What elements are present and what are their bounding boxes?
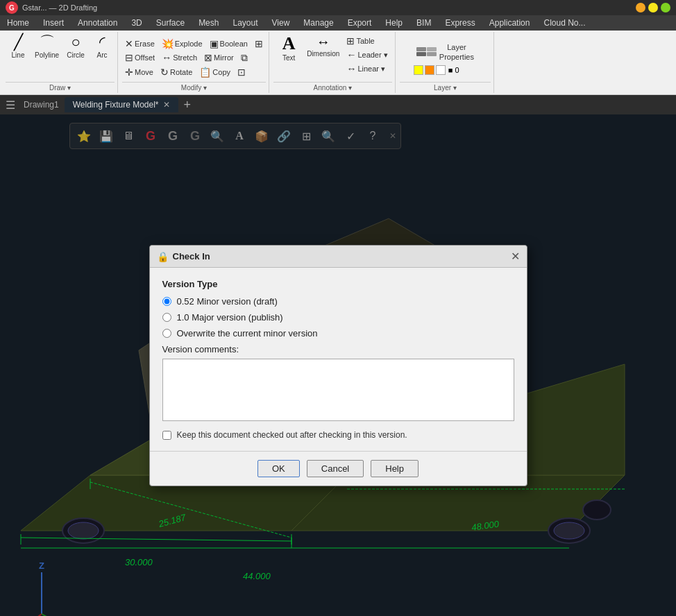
modify-extra3-button[interactable]: ⊡ xyxy=(235,66,248,78)
radio-overwrite-label: Overwrite the current minor version xyxy=(177,328,318,339)
layer-icon xyxy=(416,47,437,56)
text-icon: A xyxy=(282,35,296,53)
tab-label: Welding Fixture Model* xyxy=(73,100,159,110)
menu-annotation[interactable]: Annotation xyxy=(71,15,124,31)
modify-move-button[interactable]: ✛ Move xyxy=(122,66,156,78)
radio-major-version: 1.0 Major version (publish) xyxy=(162,312,514,323)
maximize-button[interactable] xyxy=(648,3,658,12)
ribbon-group-draw: ╱ Line ⌒ Polyline ○ Circle ◜ Arc Draw ▾ xyxy=(3,32,118,93)
color-box-yellow[interactable] xyxy=(414,65,423,75)
menu-application[interactable]: Application xyxy=(482,15,537,31)
modify-explode-button[interactable]: 💥 Explode xyxy=(159,37,205,50)
menu-layout[interactable]: Layout xyxy=(226,15,264,31)
titlebar: G Gstar... — 2D Drafting xyxy=(0,0,676,15)
modify-boolean-button[interactable]: ▣ Boolean xyxy=(207,37,251,50)
menu-cloud[interactable]: Cloud No... xyxy=(536,15,592,31)
modal-close-button[interactable]: ✕ xyxy=(511,250,520,263)
draw-line-button[interactable]: ╱ Line xyxy=(6,33,31,60)
tab-close-icon[interactable]: ✕ xyxy=(163,100,170,110)
menu-home[interactable]: Home xyxy=(0,15,36,31)
modal-footer: OK Cancel Help xyxy=(150,451,527,486)
ribbon: ╱ Line ⌒ Polyline ○ Circle ◜ Arc Draw ▾ xyxy=(0,31,676,95)
polyline-icon: ⌒ xyxy=(40,35,55,50)
menubar: Home Insert Annotation 3D Surface Mesh L… xyxy=(0,15,676,31)
hamburger-menu[interactable]: ☰ xyxy=(6,99,15,112)
annotation-linear-button[interactable]: ↔ Linear ▾ xyxy=(344,62,390,75)
canvas-area: 25.187 30.000 44.000 48.000 Z X Y ⭐ 💾 🖥 … xyxy=(0,114,676,616)
tabbar: ☰ Drawing1 Welding Fixture Model* ✕ + xyxy=(0,95,676,114)
checkout-checkbox-row: Keep this document checked out after che… xyxy=(162,430,514,440)
title-text: Gstar... — 2D Drafting xyxy=(22,3,97,12)
modify-extra2-button[interactable]: ⧉ xyxy=(238,51,251,65)
radio-minor-version: 0.52 Minor version (draft) xyxy=(162,296,514,307)
modify-copy-button[interactable]: 📋 Copy xyxy=(196,66,233,78)
menu-express[interactable]: Express xyxy=(438,15,482,31)
annotation-leader-button[interactable]: ← Leader ▾ xyxy=(344,49,390,61)
circle-icon: ○ xyxy=(71,35,80,50)
menu-export[interactable]: Export xyxy=(341,15,379,31)
version-type-title: Version Type xyxy=(162,279,514,289)
modal-title-bar: 🔒 Check In ✕ xyxy=(150,246,527,268)
menu-surface[interactable]: Surface xyxy=(149,15,192,31)
version-comments-input[interactable] xyxy=(162,359,514,421)
draw-group-label: Draw ▾ xyxy=(6,82,115,92)
annotation-text-button[interactable]: A Text xyxy=(275,33,303,63)
check-in-modal: 🔒 Check In ✕ Version Type 0.52 Minor ver… xyxy=(149,245,527,486)
modal-body: Version Type 0.52 Minor version (draft) … xyxy=(150,268,527,451)
modal-title-icon: 🔒 xyxy=(157,251,169,262)
modify-rotate-button[interactable]: ↻ Rotate xyxy=(158,66,195,78)
ribbon-group-modify: ✕ Erase 💥 Explode ▣ Boolean ⊞ ⊟ Offset ↔… xyxy=(119,32,269,93)
menu-3d[interactable]: 3D xyxy=(124,15,149,31)
radio-overwrite-input[interactable] xyxy=(162,329,171,338)
radio-overwrite-version: Overwrite the current minor version xyxy=(162,328,514,339)
annotation-group-label: Annotation ▾ xyxy=(273,82,392,92)
ribbon-content: ╱ Line ⌒ Polyline ○ Circle ◜ Arc Draw ▾ xyxy=(0,31,676,94)
cancel-button[interactable]: Cancel xyxy=(307,460,364,477)
modify-mirror-button[interactable]: ⊠ Mirror xyxy=(201,51,237,65)
annotation-dimension-button[interactable]: ↔ Dimension xyxy=(304,33,342,59)
radio-major-label: 1.0 Major version (publish) xyxy=(177,312,283,323)
comments-label: Version comments: xyxy=(162,344,514,354)
ribbon-group-layer: Layer Properties ■ 0 Layer ▾ xyxy=(397,32,494,93)
menu-view[interactable]: View xyxy=(265,15,297,31)
modify-extra1-button[interactable]: ⊞ xyxy=(252,37,266,50)
ok-button[interactable]: OK xyxy=(257,460,300,477)
close-window-button[interactable] xyxy=(661,3,670,12)
radio-major-input[interactable] xyxy=(162,313,171,322)
menu-insert[interactable]: Insert xyxy=(36,15,71,31)
minimize-button[interactable] xyxy=(636,3,645,12)
draw-arc-button[interactable]: ◜ Arc xyxy=(90,33,115,60)
layer-number: ■ 0 xyxy=(448,66,459,74)
modify-stretch-button[interactable]: ↔ Stretch xyxy=(159,51,200,65)
color-box-white[interactable] xyxy=(436,65,446,75)
app-logo: G xyxy=(6,1,18,14)
menu-bim[interactable]: BIM xyxy=(409,15,438,31)
radio-minor-input[interactable] xyxy=(162,297,171,306)
modify-group-label: Modify ▾ xyxy=(122,82,266,92)
ribbon-group-annotation: A Text ↔ Dimension ⊞ Table ← Leader ▾ ↔ … xyxy=(271,32,396,93)
modify-erase-button[interactable]: ✕ Erase xyxy=(122,37,158,50)
layer-properties-button[interactable]: Layer Properties xyxy=(414,40,477,62)
help-button[interactable]: Help xyxy=(371,460,419,477)
drawing-label: Drawing1 xyxy=(24,100,59,110)
dimension-icon: ↔ xyxy=(316,35,330,49)
draw-circle-button[interactable]: ○ Circle xyxy=(63,33,88,60)
keep-checkout-label: Keep this document checked out after che… xyxy=(177,430,407,440)
menu-mesh[interactable]: Mesh xyxy=(192,15,226,31)
tab-add-button[interactable]: + xyxy=(184,98,192,112)
modal-overlay: 🔒 Check In ✕ Version Type 0.52 Minor ver… xyxy=(0,114,676,616)
annotation-table-button[interactable]: ⊞ Table xyxy=(344,35,390,47)
menu-manage[interactable]: Manage xyxy=(296,15,340,31)
color-box-orange[interactable] xyxy=(425,65,434,75)
modal-title-text: Check In xyxy=(173,251,210,262)
keep-checkout-checkbox[interactable] xyxy=(162,431,171,440)
line-icon: ╱ xyxy=(14,35,23,50)
layer-group-label: Layer ▾ xyxy=(400,82,491,92)
radio-minor-label: 0.52 Minor version (draft) xyxy=(177,296,278,307)
draw-polyline-button[interactable]: ⌒ Polyline xyxy=(32,33,62,60)
tab-welding-fixture[interactable]: Welding Fixture Model* ✕ xyxy=(65,97,178,112)
modify-offset-button[interactable]: ⊟ Offset xyxy=(122,51,158,65)
menu-help[interactable]: Help xyxy=(378,15,409,31)
arc-icon: ◜ xyxy=(99,35,105,50)
